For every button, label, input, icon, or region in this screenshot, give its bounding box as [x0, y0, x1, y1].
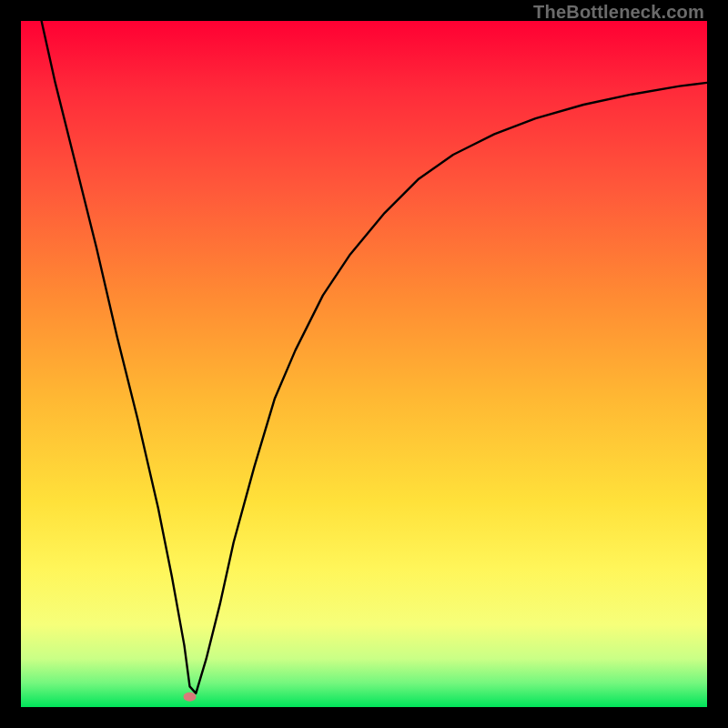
watermark-text: TheBottleneck.com — [533, 2, 704, 23]
optimal-marker — [183, 693, 196, 702]
chart-frame — [21, 21, 707, 707]
bottleneck-chart — [21, 21, 707, 707]
